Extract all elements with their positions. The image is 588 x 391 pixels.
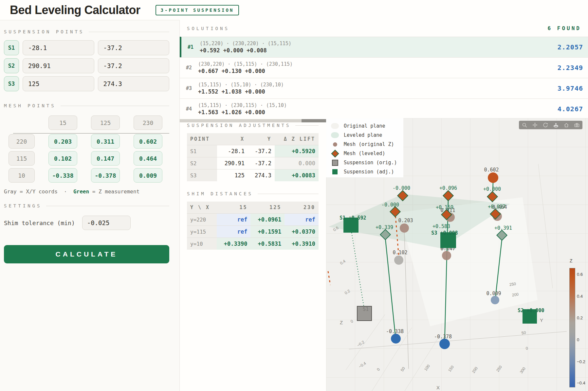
shim-tolerance-label: Shim tolerance (min) (4, 220, 75, 226)
suspension-x-input[interactable] (23, 76, 94, 91)
marker-m-orange (488, 172, 498, 183)
legend-item-square-green[interactable]: Suspension (adj.) (331, 167, 403, 176)
mesh-z-value[interactable]: 0.009 (134, 168, 162, 183)
shims-title: SHIM DISTANCES (187, 191, 319, 196)
adjustments-title: SUSPENSION ADJUSTMENTS (187, 123, 319, 128)
pan-icon[interactable] (531, 121, 539, 129)
solutions-title: SOLUTIONS (187, 26, 548, 31)
mesh-x-coord[interactable]: 125 (91, 116, 120, 130)
solution-row[interactable]: #3(15,115) · (15,10) · (230,10)+1.552 +1… (180, 78, 588, 98)
solution-rank: #1 (181, 44, 200, 50)
solution-row[interactable]: #1(15,220) · (230,220) · (15,115)+0.592 … (180, 37, 588, 57)
colorbar-title: Z (570, 258, 573, 263)
colorbar-tick: −0.4 (577, 381, 585, 385)
legend-swatch (331, 169, 339, 174)
shim-corner-header: Y \ X (187, 202, 217, 214)
mesh-corner-spacer (9, 116, 35, 130)
mesh-z-value[interactable]: 0.102 (48, 151, 77, 166)
legend-swatch (331, 132, 339, 138)
solution-adjustments: +1.552 +1.038 +0.000 (198, 88, 558, 95)
marker-label: +0.096 (439, 185, 457, 191)
shim-cell: ref (217, 214, 251, 226)
turntable-icon[interactable] (552, 121, 560, 129)
legend-item-plane-green[interactable]: Leveled plane (331, 131, 403, 140)
plot-stem (352, 233, 364, 306)
settings-section-title: SETTINGS (4, 203, 169, 208)
colorbar (569, 268, 575, 387)
suspension-point-badge: S1 (4, 40, 19, 55)
adjustment-lift: 0.000 (275, 157, 319, 169)
suspension-y-input[interactable] (98, 58, 170, 73)
suspension-x-input[interactable] (23, 58, 94, 73)
legend-item-diamond-orange[interactable]: Mesh (leveled) (331, 149, 403, 158)
bed-leveling-3d-plot[interactable]: S10.6020.3110.4640.2030.1470.102-0.338-0… (326, 118, 588, 391)
mesh-z-value[interactable]: 0.203 (48, 134, 77, 149)
legend-label: Original plane (344, 123, 385, 129)
shim-cell: ref (285, 214, 319, 226)
plot-annotation: S3 +0.008 (431, 230, 458, 236)
home-icon[interactable] (563, 121, 570, 129)
mesh-z-value[interactable]: -0.378 (91, 168, 120, 183)
adjustments-header-cell: Y (248, 133, 275, 145)
suspension-y-input[interactable] (98, 76, 170, 91)
plot-stem (328, 271, 330, 285)
shim-distances-table: Y \ X15125230 y=220ref+0.0961refy=115ref… (187, 202, 319, 250)
plane-light-swatch-icon (331, 123, 339, 129)
sidebar: SUSPENSION POINTS S1S2S3 MESH POINTS 151… (4, 20, 169, 263)
adjustment-point: S1 (187, 145, 217, 157)
mesh-y-coord[interactable]: 10 (9, 168, 35, 183)
y-tick: 50 (521, 330, 526, 335)
zoom-icon[interactable] (521, 121, 528, 129)
solution-adjustments: +0.667 +0.130 +0.000 (198, 67, 558, 75)
marker-label: S2 +0.000 (518, 308, 544, 313)
marker-label: +0.000 (483, 186, 501, 192)
plot-stem (538, 164, 553, 288)
suspension-adjustments-table: POINTXYΔ Z LIFT S1-28.1-37.2+0.5920S2290… (187, 133, 319, 181)
solution-row[interactable]: #4(15,115) · (230,115) · (15,10)+1.563 +… (180, 98, 588, 119)
shim-col-header: 230 (285, 202, 319, 214)
mesh-z-value[interactable]: 0.602 (134, 134, 162, 149)
solutions-list: #1(15,220) · (230,220) · (15,115)+0.592 … (180, 37, 588, 119)
solution-score: 2.2057 (558, 43, 583, 51)
mesh-z-value[interactable]: 0.147 (91, 151, 120, 166)
mesh-z-value[interactable]: 0.311 (91, 134, 120, 149)
note-gray-text: = X/Y coords (20, 188, 58, 195)
adjustment-lift: +0.5920 (275, 145, 319, 157)
mesh-z-value[interactable]: 0.464 (134, 151, 162, 166)
y-tick: 200 (512, 292, 519, 297)
legend-item-circle-brown[interactable]: Mesh (original Z) (331, 140, 403, 149)
colorbar-tick: 0.2 (577, 315, 583, 320)
orbit-icon[interactable] (542, 121, 549, 129)
camera-icon[interactable] (573, 121, 580, 129)
note-gray: Gray (4, 188, 17, 195)
legend-item-square-gray[interactable]: Suspension (orig.) (331, 158, 403, 167)
calculate-button[interactable]: CALCULATE (4, 245, 169, 263)
mesh-y-coord[interactable]: 220 (9, 134, 35, 149)
square-gray-swatch-icon (332, 160, 338, 166)
page-title: Bed Leveling Calculator (10, 3, 140, 17)
marker-label: 0.009 (486, 291, 501, 296)
mesh-z-value[interactable]: -0.338 (48, 168, 77, 183)
legend-item-plane-light[interactable]: Original plane (331, 121, 403, 131)
shim-row-label: y=115 (187, 226, 217, 238)
marker-m-blue (439, 339, 450, 349)
x-axis-label: X (436, 385, 440, 390)
suspension-point-badge: S3 (4, 76, 19, 91)
mesh-grid: 2200.2030.3110.6021150.1020.1470.46410-0… (9, 134, 169, 183)
shim-tolerance-input[interactable] (82, 216, 131, 230)
plot-annotation: +0.583 (432, 223, 450, 229)
solution-row[interactable]: #2(230,220) · (15,115) · (230,115)+0.667… (180, 57, 588, 78)
shim-row-el: y=10+0.3390+0.5831+0.3910 (187, 238, 319, 250)
results-column: SUSPENSION ADJUSTMENTS POINTXYΔ Z LIFT S… (187, 123, 319, 250)
suspension-section-title: SUSPENSION POINTS (4, 29, 169, 34)
adjustment-x: -28.1 (217, 145, 248, 157)
suspension-x-input[interactable] (23, 40, 94, 55)
suspension-y-input[interactable] (98, 40, 170, 55)
mesh-y-coord[interactable]: 115 (9, 151, 35, 166)
mesh-x-coord[interactable]: 230 (134, 116, 162, 130)
mesh-section-title: MESH POINTS (4, 103, 169, 108)
adjustment-point: S3 (187, 169, 217, 182)
note-sep: · (64, 188, 67, 195)
mesh-x-coord[interactable]: 15 (48, 116, 77, 130)
note-green-text: = Z measurement (92, 188, 140, 195)
